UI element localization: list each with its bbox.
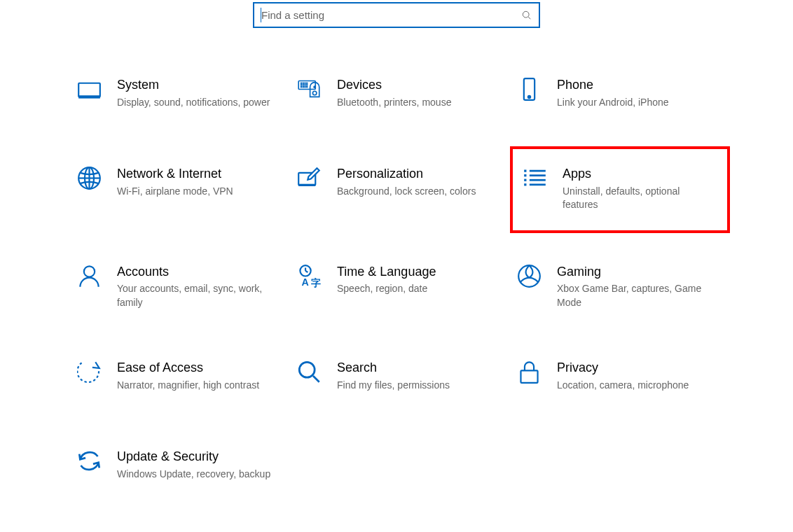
svg-line-1: [528, 17, 530, 19]
svg-point-8: [307, 83, 308, 83]
svg-rect-27: [524, 169, 526, 172]
svg-point-6: [303, 83, 303, 83]
svg-line-38: [305, 271, 308, 272]
tile-text: Network & Internet Wi-Fi, airplane mode,…: [117, 166, 283, 198]
tile-privacy[interactable]: Privacy Location, camera, microphone: [510, 353, 730, 405]
svg-rect-30: [524, 183, 526, 186]
tile-title: Phone: [557, 77, 717, 93]
settings-grid: System Display, sound, notifications, po…: [0, 70, 793, 494]
svg-point-7: [305, 83, 305, 83]
lock-icon: [517, 360, 542, 384]
tile-desc: Find my files, permissions: [337, 379, 497, 393]
svg-point-13: [301, 87, 301, 88]
tile-desc: Background, lock screen, colors: [337, 185, 497, 199]
tile-text: Apps Uninstall, defaults, optional featu…: [563, 166, 717, 212]
accounts-icon: [77, 264, 102, 288]
tile-desc: Uninstall, defaults, optional features: [563, 185, 712, 212]
svg-rect-29: [524, 179, 526, 181]
tile-desc: Location, camera, microphone: [557, 379, 717, 393]
tile-text: Devices Bluetooth, printers, mouse: [337, 77, 503, 109]
svg-point-41: [518, 265, 540, 287]
tile-devices[interactable]: Devices Bluetooth, printers, mouse: [290, 70, 510, 122]
svg-rect-2: [78, 83, 100, 97]
tile-title: Network & Internet: [117, 166, 277, 182]
tile-title: Personalization: [337, 166, 497, 182]
svg-point-17: [314, 86, 315, 88]
update-icon: [77, 449, 102, 473]
search-icon: [522, 10, 532, 20]
tile-desc: Your accounts, email, sync, work, family: [117, 282, 277, 309]
tile-desc: Display, sound, notifications, power: [117, 96, 277, 110]
text-cursor: [261, 8, 261, 22]
tile-text: System Display, sound, notifications, po…: [117, 77, 283, 109]
tile-title: Apps: [563, 166, 712, 182]
tile-title: Gaming: [557, 264, 717, 280]
gaming-icon: [517, 264, 542, 288]
svg-point-12: [307, 85, 308, 85]
search-magnifier-icon: [297, 360, 322, 384]
system-icon: [77, 77, 102, 102]
devices-icon: [297, 77, 322, 102]
tile-desc: Wi-Fi, airplane mode, VPN: [117, 185, 277, 199]
svg-point-15: [305, 87, 305, 88]
tile-title: Update & Security: [117, 449, 277, 465]
tile-text: Personalization Background, lock screen,…: [337, 166, 503, 198]
tile-title: Ease of Access: [117, 360, 277, 376]
tile-title: System: [117, 77, 277, 93]
tile-ease-of-access[interactable]: Ease of Access Narrator, magnifier, high…: [70, 353, 290, 405]
svg-point-14: [303, 87, 303, 88]
tile-personalization[interactable]: Personalization Background, lock screen,…: [290, 159, 510, 220]
tile-time-language[interactable]: A 字 Time & Language Speech, region, date: [290, 257, 510, 317]
svg-point-20: [528, 96, 530, 98]
svg-text:字: 字: [311, 276, 321, 288]
svg-point-5: [301, 83, 301, 83]
tile-text: Phone Link your Android, iPhone: [557, 77, 723, 109]
tile-text: Ease of Access Narrator, magnifier, high…: [117, 360, 283, 392]
tile-text: Time & Language Speech, region, date: [337, 264, 503, 296]
tile-update-security[interactable]: Update & Security Windows Update, recove…: [70, 442, 290, 494]
tile-accounts[interactable]: Accounts Your accounts, email, sync, wor…: [70, 257, 290, 317]
tile-desc: Xbox Game Bar, captures, Game Mode: [557, 282, 717, 309]
tile-gaming[interactable]: Gaming Xbox Game Bar, captures, Game Mod…: [510, 257, 730, 317]
tile-desc: Narrator, magnifier, high contrast: [117, 379, 277, 393]
svg-point-0: [523, 11, 529, 18]
svg-point-9: [301, 85, 301, 85]
svg-text:A: A: [302, 276, 309, 287]
svg-point-18: [312, 91, 316, 94]
time-language-icon: A 字: [297, 264, 322, 288]
tile-desc: Speech, region, date: [337, 282, 497, 296]
svg-line-43: [313, 376, 319, 382]
tile-phone[interactable]: Phone Link your Android, iPhone: [510, 70, 730, 122]
tile-network[interactable]: Network & Internet Wi-Fi, airplane mode,…: [70, 159, 290, 220]
search-box[interactable]: [253, 2, 540, 28]
tile-text: Privacy Location, camera, microphone: [557, 360, 723, 392]
svg-rect-44: [520, 371, 537, 384]
svg-point-10: [303, 85, 303, 85]
tile-title: Time & Language: [337, 264, 497, 280]
svg-point-16: [307, 87, 308, 88]
tile-text: Update & Security Windows Update, recove…: [117, 449, 283, 481]
tile-text: Search Find my files, permissions: [337, 360, 503, 392]
search-input[interactable]: [261, 9, 522, 21]
tile-desc: Link your Android, iPhone: [557, 96, 717, 110]
svg-rect-28: [524, 174, 526, 176]
tile-apps[interactable]: Apps Uninstall, defaults, optional featu…: [510, 146, 730, 233]
search-container: [0, 0, 793, 70]
tile-text: Accounts Your accounts, email, sync, wor…: [117, 264, 283, 310]
tile-search[interactable]: Search Find my files, permissions: [290, 353, 510, 405]
tile-title: Privacy: [557, 360, 717, 376]
tile-system[interactable]: System Display, sound, notifications, po…: [70, 70, 290, 122]
svg-point-11: [305, 85, 305, 85]
globe-icon: [77, 166, 102, 190]
tile-desc: Windows Update, recovery, backup: [117, 468, 277, 482]
phone-icon: [517, 77, 542, 102]
tile-text: Gaming Xbox Game Bar, captures, Game Mod…: [557, 264, 723, 310]
apps-icon: [523, 166, 547, 190]
ease-of-access-icon: [77, 360, 102, 384]
svg-point-42: [299, 363, 315, 378]
tile-title: Accounts: [117, 264, 277, 280]
tile-title: Devices: [337, 77, 497, 93]
tile-desc: Bluetooth, printers, mouse: [337, 96, 497, 110]
svg-point-35: [84, 266, 95, 276]
personalization-icon: [297, 166, 322, 190]
